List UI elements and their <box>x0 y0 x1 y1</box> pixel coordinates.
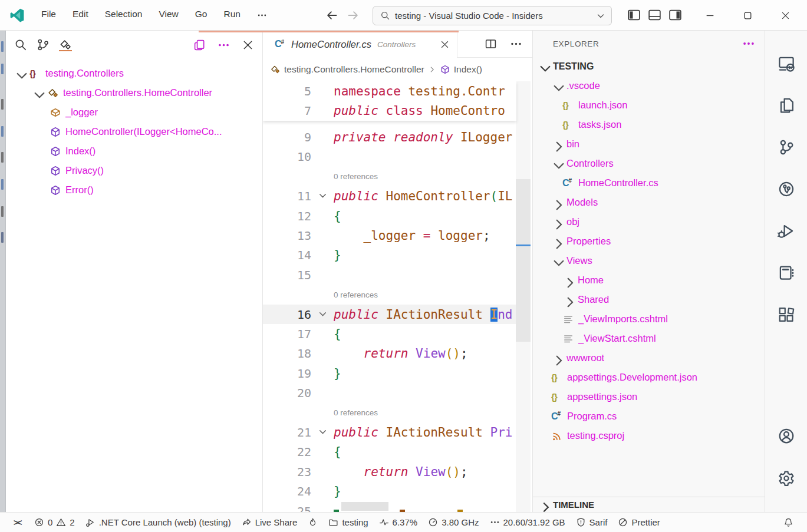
code-line-5[interactable]: 5namespace testing.Contr <box>263 81 516 101</box>
chevron-down-icon[interactable] <box>596 11 605 21</box>
explorer-item[interactable]: Models <box>533 193 765 212</box>
fold-chevron-icon[interactable] <box>311 309 334 320</box>
code-line-24[interactable]: 24} <box>263 481 516 501</box>
explorer-item[interactable]: { }launch.json <box>533 95 765 115</box>
menu-selection[interactable]: Selection <box>99 6 149 25</box>
gitlens-icon[interactable] <box>778 180 795 198</box>
breadcrumb-class[interactable]: testing.Controllers.HomeController <box>284 64 424 75</box>
status-clock-speed[interactable]: 3.80 GHz <box>423 517 484 527</box>
code-line-19[interactable]: 19} <box>263 364 516 383</box>
tab-close-icon[interactable] <box>440 39 450 49</box>
status-remote-indicator[interactable]: >< <box>8 517 29 527</box>
status-live-share[interactable]: Live Share <box>236 517 303 527</box>
code-line-16[interactable]: 16public IActionResult Ind <box>263 305 516 324</box>
explorer-item[interactable]: Controllers <box>533 154 765 173</box>
status-sarif[interactable]: Sarif <box>571 517 613 527</box>
menu-file[interactable]: File <box>35 6 62 25</box>
maximize-button[interactable] <box>729 0 766 31</box>
explorer-item[interactable]: obj <box>533 212 765 232</box>
extensions-icon[interactable] <box>778 306 795 323</box>
panel-tab-symbol-class-icon[interactable] <box>59 38 72 51</box>
run-debug-icon[interactable] <box>778 222 795 240</box>
status-prettier[interactable]: Prettier <box>612 517 665 527</box>
scrollbar-slider[interactable] <box>516 179 531 342</box>
menu-run[interactable]: Run <box>218 6 246 25</box>
symbol-item[interactable]: Index() <box>6 141 262 161</box>
ellipsis-icon[interactable] <box>218 39 230 51</box>
explorer-item[interactable]: Views <box>533 251 765 270</box>
menu-go[interactable]: Go <box>189 6 213 25</box>
timeline-section[interactable]: TIMELINE <box>533 497 765 512</box>
go-forward-icon[interactable] <box>347 9 360 22</box>
menu-edit[interactable]: Edit <box>67 6 94 25</box>
explorer-item[interactable]: { }tasks.json <box>533 115 765 134</box>
collapsed-activity-bar[interactable] <box>0 31 6 512</box>
status-debug-launch[interactable]: .NET Core Launch (web) (testing) <box>80 517 236 527</box>
status-cpu-usage[interactable]: 6.37% <box>374 517 423 527</box>
code-line-10[interactable]: 10 <box>263 147 516 167</box>
breadcrumb-method[interactable]: Index() <box>454 64 482 75</box>
fold-chevron-icon[interactable] <box>311 427 334 438</box>
explorer-item[interactable]: testing.csproj <box>533 426 765 445</box>
panel-tab-references-icon[interactable] <box>37 38 50 51</box>
codelens[interactable]: 0 references <box>263 285 516 305</box>
toggle-sidebar-left-icon[interactable] <box>627 8 641 22</box>
menu-view[interactable]: View <box>153 6 184 25</box>
code-line-11[interactable]: 11public HomeController(IL <box>263 187 516 206</box>
symbol-item[interactable]: Error() <box>6 180 262 200</box>
code-line-20[interactable]: 20 <box>263 383 516 402</box>
code-line-21[interactable]: 21public IActionResult Pri <box>263 422 516 442</box>
close-window-button[interactable] <box>766 0 804 31</box>
explorer-item[interactable]: { }appsettings.Development.json <box>533 368 765 387</box>
code-line-25[interactable]: 25 <box>263 501 516 512</box>
explorer-item[interactable]: _ViewStart.cshtml <box>533 329 765 348</box>
explorer-item[interactable]: C#Program.cs <box>533 407 765 426</box>
status-memory[interactable]: 20.60/31.92 GB <box>485 517 571 527</box>
code-line-7[interactable]: 7public class HomeContro <box>263 101 516 120</box>
panel-tab-search-icon[interactable] <box>14 38 27 51</box>
command-center-search[interactable]: testing - Visual Studio Code - Insiders <box>373 6 612 25</box>
explorer-item[interactable]: .vscode <box>533 76 765 95</box>
explorer-root-testing[interactable]: TESTING <box>533 57 765 76</box>
breadcrumb[interactable]: testing.Controllers.HomeController Index… <box>263 58 533 81</box>
copy-icon[interactable] <box>193 39 206 51</box>
minimize-button[interactable] <box>691 0 729 31</box>
settings-icon[interactable] <box>778 470 795 487</box>
status-notifications[interactable] <box>778 517 799 527</box>
symbol-item[interactable]: testing.Controllers.HomeController <box>6 83 262 103</box>
explorer-item[interactable]: wwwroot <box>533 348 765 368</box>
code-line-18[interactable]: 18 return View(); <box>263 344 516 364</box>
codelens[interactable]: 0 references <box>263 403 516 422</box>
codelens[interactable]: 0 references <box>263 167 516 186</box>
explorer-item[interactable]: Home <box>533 270 765 290</box>
code-line-17[interactable]: 17{ <box>263 324 516 343</box>
source-control-icon[interactable] <box>778 138 795 156</box>
explorer-item[interactable]: Shared <box>533 290 765 309</box>
code-area[interactable]: 1 reference9private readonly ILogger100 … <box>263 81 532 512</box>
code-line-13[interactable]: 13 _logger = logger; <box>263 226 516 245</box>
symbol-item[interactable]: Privacy() <box>6 161 262 180</box>
code-line-23[interactable]: 23 return View(); <box>263 462 516 481</box>
toggle-panel-bottom-icon[interactable] <box>648 8 661 22</box>
code-line-15[interactable]: 15 <box>263 265 516 285</box>
status-problems[interactable]: 02 <box>29 517 80 527</box>
status-workspace[interactable]: testing <box>323 517 373 527</box>
explorer-item[interactable]: _ViewImports.cshtml <box>533 309 765 329</box>
explorer-item[interactable]: { }appsettings.json <box>533 387 765 407</box>
code-line-12[interactable]: 12{ <box>263 206 516 226</box>
close-panel-icon[interactable] <box>242 39 254 51</box>
menu-more-ellipsis-icon[interactable] <box>251 6 269 25</box>
code-line-9[interactable]: 9private readonly ILogger <box>263 127 516 147</box>
explorer-ellipsis-icon[interactable] <box>742 37 755 50</box>
go-back-icon[interactable] <box>325 9 338 22</box>
editor-actions-ellipsis-icon[interactable] <box>510 38 522 50</box>
remote-explorer-icon[interactable] <box>778 55 795 72</box>
split-editor-icon[interactable] <box>485 38 497 50</box>
files-icon[interactable] <box>778 97 795 114</box>
status-flame[interactable] <box>302 517 323 527</box>
account-icon[interactable] <box>778 427 795 445</box>
code-line-22[interactable]: 22{ <box>263 442 516 462</box>
symbol-item[interactable]: HomeController(ILogger<HomeCo... <box>6 122 262 141</box>
explorer-item[interactable]: C#HomeController.cs <box>533 173 765 193</box>
explorer-item[interactable]: bin <box>533 134 765 154</box>
